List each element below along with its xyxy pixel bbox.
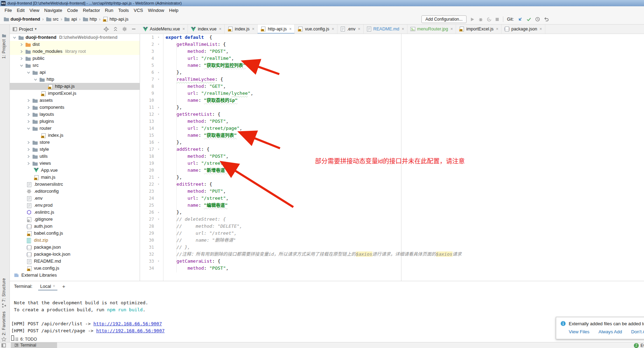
tree-item-node-modules[interactable]: node_moduleslibrary root bbox=[10, 48, 140, 55]
tree-item-dist[interactable]: dist bbox=[10, 41, 140, 48]
tab-index-vue[interactable]: index.vue× bbox=[188, 24, 225, 34]
tree-item-babel-config-js[interactable]: JSbabel.config.js bbox=[10, 230, 140, 237]
debug-icon[interactable] bbox=[478, 17, 483, 22]
tab-env[interactable]: .env× bbox=[337, 24, 364, 34]
new-terminal-session-button[interactable]: + bbox=[62, 283, 65, 289]
chevron-down-icon[interactable] bbox=[34, 77, 38, 81]
notification-link-don-t-ask-agai[interactable]: Don't Ask Agai bbox=[631, 329, 644, 334]
statusbar-item-terminal[interactable]: Terminal bbox=[11, 342, 57, 348]
tree-item-assets[interactable]: assets bbox=[10, 97, 140, 104]
terminal-tab-local[interactable]: Local × bbox=[38, 282, 57, 291]
fold-end-icon[interactable]: ▴ bbox=[156, 69, 161, 76]
tree-item-http[interactable]: http bbox=[10, 76, 140, 83]
chevron-right-icon[interactable] bbox=[27, 140, 31, 144]
close-icon[interactable]: × bbox=[182, 27, 185, 31]
git-history-icon[interactable] bbox=[535, 17, 540, 22]
chevron-right-icon[interactable] bbox=[27, 161, 31, 165]
tree-item-utils[interactable]: utils bbox=[10, 153, 140, 160]
breadcrumb-item-api[interactable]: api bbox=[64, 16, 77, 22]
tab-readme-md[interactable]: README.md× bbox=[364, 24, 407, 34]
tool-window-switcher-icon[interactable] bbox=[1, 343, 6, 348]
tab-package-json[interactable]: {..}package.json× bbox=[502, 24, 545, 34]
fold-end-icon[interactable]: ▴ bbox=[156, 209, 161, 216]
hide-panel-icon[interactable] bbox=[131, 27, 136, 31]
chevron-right-icon[interactable] bbox=[27, 105, 31, 109]
chevron-down-icon[interactable] bbox=[27, 70, 31, 74]
settings-gear-icon[interactable] bbox=[122, 27, 127, 31]
tree-item-duoji-frontend[interactable]: duoji-frontendD:\zheheWeb\duoji-frontend bbox=[10, 34, 140, 41]
fold-start-icon[interactable]: ▾ bbox=[156, 34, 161, 41]
tree-item-store[interactable]: store bbox=[10, 139, 140, 146]
tree-item-readme-md[interactable]: README.md bbox=[10, 258, 140, 265]
tree-item-router[interactable]: router bbox=[10, 125, 140, 132]
tree-item-app-vue[interactable]: App.vue bbox=[10, 167, 140, 174]
tree-item-http-api-js[interactable]: JShttp-api.js bbox=[10, 83, 140, 90]
tab-index-js[interactable]: JSindex.js× bbox=[225, 24, 258, 34]
close-icon[interactable]: × bbox=[496, 27, 498, 31]
menu-item-code[interactable]: Code bbox=[65, 7, 80, 14]
chevron-down-icon[interactable] bbox=[27, 126, 31, 130]
stripe-favorites-button[interactable]: 2: Favorites bbox=[1, 311, 6, 342]
fold-start-icon[interactable]: ▾ bbox=[156, 181, 161, 188]
add-configuration-button[interactable]: Add Configuration... bbox=[421, 15, 466, 23]
tree-item-gitignore[interactable]: .gitignore bbox=[10, 216, 140, 223]
stop-icon[interactable] bbox=[495, 17, 499, 21]
close-icon[interactable]: × bbox=[219, 27, 222, 31]
tab-importexcel-js[interactable]: JSimportExcel.js× bbox=[456, 24, 502, 34]
tree-item-package-json[interactable]: {..}package.json bbox=[10, 244, 140, 251]
tree-item-style[interactable]: style bbox=[10, 146, 140, 153]
tree-item-package-lock-json[interactable]: {..}package-lock.json bbox=[10, 251, 140, 258]
notification-link-always-add[interactable]: Always Add bbox=[598, 329, 622, 334]
statusbar-item-6-todo[interactable]: 6: TODO bbox=[11, 336, 57, 342]
tree-item-vue-config-js[interactable]: JSvue.config.js bbox=[10, 265, 140, 272]
stripe-project-button[interactable]: 1: Project bbox=[1, 34, 6, 59]
git-revert-icon[interactable] bbox=[544, 17, 549, 22]
tree-item-importexcel-js[interactable]: JSimportExcel.js bbox=[10, 90, 140, 97]
menu-item-refactor[interactable]: Refactor bbox=[80, 7, 103, 14]
tree-item-eslintrc-js[interactable]: .eslintrc.js bbox=[10, 209, 140, 216]
fold-end-icon[interactable]: ▴ bbox=[156, 139, 161, 146]
menu-item-tools[interactable]: Tools bbox=[116, 7, 131, 14]
stripe-structure-button[interactable]: 7: Structure bbox=[1, 278, 6, 308]
tree-item-api[interactable]: api bbox=[10, 69, 140, 76]
tree-item-env[interactable]: .env bbox=[10, 195, 140, 202]
breadcrumb-item-http[interactable]: http bbox=[83, 16, 97, 22]
fold-start-icon[interactable]: ▾ bbox=[156, 216, 161, 223]
chevron-down-icon[interactable] bbox=[20, 63, 24, 68]
menu-item-vcs[interactable]: VCS bbox=[131, 7, 146, 14]
tree-item-src[interactable]: src bbox=[10, 62, 140, 69]
notification-link-view-files[interactable]: View Files bbox=[569, 329, 589, 334]
breadcrumb-item-http-api-js[interactable]: JShttp-api.js bbox=[103, 16, 128, 22]
breadcrumb-item-duoji-frontend[interactable]: duoji-frontend bbox=[4, 16, 40, 22]
tab-vue-config-js[interactable]: JSvue.config.js× bbox=[295, 24, 337, 34]
tree-item-browserslistrc[interactable]: .browserslistrc bbox=[10, 181, 140, 188]
menu-item-edit[interactable]: Edit bbox=[14, 7, 27, 14]
tree-item-plugins[interactable]: plugins bbox=[10, 118, 140, 125]
menu-item-file[interactable]: File bbox=[2, 7, 14, 14]
chevron-right-icon[interactable] bbox=[27, 154, 31, 158]
fold-start-icon[interactable]: ▾ bbox=[156, 258, 161, 265]
tree-item-auth-json[interactable]: {..}auth.json bbox=[10, 223, 140, 230]
event-log-badge[interactable]: 2 bbox=[634, 343, 639, 348]
chevron-right-icon[interactable] bbox=[27, 112, 31, 116]
tab-http-api-js[interactable]: JShttp-api.js× bbox=[258, 24, 295, 34]
tree-item-external-libraries[interactable]: External Libraries bbox=[10, 272, 140, 279]
chevron-right-icon[interactable] bbox=[20, 42, 24, 47]
close-icon[interactable]: × bbox=[289, 27, 292, 31]
fold-end-icon[interactable]: ▴ bbox=[156, 104, 161, 111]
tree-item-index-js[interactable]: JSindex.js bbox=[10, 132, 140, 139]
fold-start-icon[interactable]: ▾ bbox=[156, 76, 161, 83]
menu-item-window[interactable]: Window bbox=[146, 7, 167, 14]
chevron-right-icon[interactable] bbox=[20, 56, 24, 61]
git-commit-icon[interactable] bbox=[526, 17, 531, 22]
fold-end-icon[interactable]: ▴ bbox=[156, 174, 161, 181]
tree-item-editorconfig[interactable]: .editorconfig bbox=[10, 188, 140, 195]
tree-item-layouts[interactable]: layouts bbox=[10, 111, 140, 118]
tree-item-components[interactable]: components bbox=[10, 104, 140, 111]
breadcrumb-item-src[interactable]: src bbox=[46, 16, 59, 22]
menu-item-run[interactable]: Run bbox=[103, 7, 116, 14]
terminal-output[interactable]: Note that the development build is not o… bbox=[11, 292, 638, 342]
chevron-right-icon[interactable] bbox=[27, 98, 31, 102]
event-log-label[interactable]: Ev bbox=[640, 343, 644, 348]
locate-file-icon[interactable] bbox=[104, 27, 109, 32]
